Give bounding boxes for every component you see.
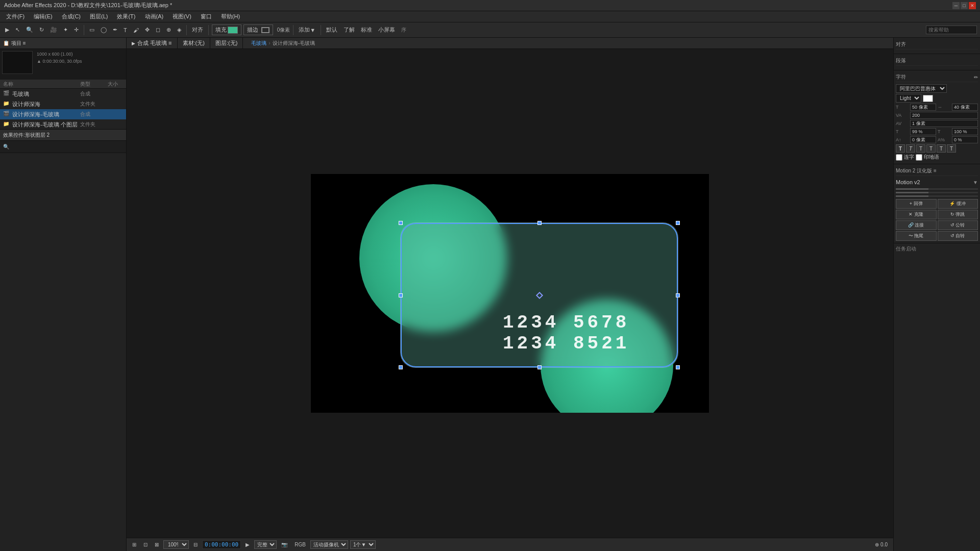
motion-btn-trail[interactable]: 〜 拖尾 (896, 231, 937, 241)
fill-control[interactable]: 填充 (212, 24, 241, 35)
small-screen-btn[interactable]: 小屏幕 (376, 24, 397, 36)
tool-light[interactable]: ✦ (61, 24, 70, 36)
handle-left-mid[interactable] (399, 293, 403, 297)
text-btn-sub[interactable]: T (947, 144, 956, 153)
tool-shape-rect[interactable]: ▭ (87, 24, 96, 36)
tool-brush[interactable]: 🖌 (131, 24, 141, 36)
viewer-btn-pixel[interactable]: ⊠ (152, 541, 161, 548)
handle-top-left[interactable] (399, 221, 403, 225)
stroke-pct-input[interactable] (952, 128, 978, 135)
tool-zoom[interactable]: 🔍 (24, 24, 35, 36)
help-search[interactable] (926, 26, 977, 34)
font-style-select[interactable]: Light Regular Bold (896, 94, 921, 103)
ligature-checkbox[interactable] (896, 154, 902, 161)
menu-effects[interactable]: 效果(T) (113, 12, 139, 21)
viewer-btn-grid[interactable]: ⊞ (130, 541, 139, 548)
motion-btn-buffer[interactable]: ⚡ 缓冲 (938, 199, 978, 209)
text-btn-caps[interactable]: T (916, 144, 925, 153)
text-btn-italic[interactable]: T (906, 144, 915, 153)
handle-right-mid[interactable] (676, 293, 680, 297)
project-item-0[interactable]: 🎬 毛玻璃 合成 (0, 89, 126, 99)
comp-tab-main[interactable]: ▶ 合成 毛玻璃 ≡ (127, 38, 178, 49)
leading-input[interactable] (910, 112, 978, 119)
handle-bottom-mid[interactable] (537, 365, 542, 369)
tool-rotate[interactable]: ↻ (37, 24, 46, 36)
viewer-fit-btn[interactable]: ⊟ (191, 541, 200, 548)
menu-window[interactable]: 窗口 (197, 12, 216, 21)
motion-btn-spin[interactable]: ↺ 自转 (938, 231, 978, 241)
font-name-select[interactable]: 阿里巴巴普惠体 1 (896, 84, 947, 93)
menu-help[interactable]: 帮助(H) (217, 12, 244, 21)
viewer-extra-btn[interactable]: ⊕ 0.0 (872, 541, 890, 548)
tool-select2[interactable]: ↖ (13, 24, 22, 36)
tool-puppet[interactable]: ◈ (175, 24, 183, 36)
char-edit-icon[interactable]: ✏ (974, 74, 978, 80)
fill-pct-input[interactable] (910, 128, 936, 135)
project-item-2[interactable]: 🎬 设计师深海-毛玻璃 合成 (0, 109, 126, 119)
menu-edit[interactable]: 编辑(E) (30, 12, 57, 21)
viewer-view-select[interactable]: 1个▼ (350, 540, 376, 549)
handle-bottom-right[interactable] (676, 365, 680, 369)
project-item-3[interactable]: 📁 设计师深海-毛玻璃 个图层 文件夹 (0, 119, 126, 130)
viewer-quality-select[interactable]: 完整 一半 (254, 540, 277, 549)
defaults-btn[interactable]: 默认 (324, 24, 339, 36)
breadcrumb-comp[interactable]: 毛玻璃 (251, 40, 266, 47)
motion2-slider1[interactable] (896, 188, 978, 190)
viewer-show-channel[interactable]: RGB (292, 541, 308, 548)
tool-pen[interactable]: ✒ (111, 24, 119, 36)
viewer-snapshot-btn[interactable]: 📷 (279, 541, 290, 548)
text-btn-small-caps[interactable]: T (926, 144, 936, 153)
fill-color-swatch[interactable] (228, 27, 238, 34)
motion-btn-connect[interactable]: 🔗 连接 (896, 220, 937, 230)
menu-compose[interactable]: 合成(C) (58, 12, 85, 21)
baseline-input[interactable] (910, 136, 936, 143)
tracking-input[interactable] (910, 120, 978, 127)
kerning-input[interactable] (952, 104, 978, 111)
standard-btn[interactable]: 标准 (359, 24, 374, 36)
motion-btn-clone[interactable]: ✕ 克隆 (896, 210, 937, 219)
effects-search-input[interactable] (11, 144, 123, 149)
menu-view[interactable]: 视图(V) (168, 12, 195, 21)
text-color-swatch[interactable] (923, 95, 933, 102)
viewer-play-btn[interactable]: ▶ (243, 541, 252, 548)
motion2-expand-icon[interactable]: ▼ (973, 180, 978, 185)
maximize-button[interactable]: □ (961, 2, 968, 9)
text-btn-bold[interactable]: T (896, 144, 905, 153)
project-item-1[interactable]: 📁 设计师深海 文件夹 (0, 99, 126, 109)
add-btn[interactable]: 添加 ▼ (297, 24, 317, 36)
glass-card[interactable]: 1234 5678 1234 8521 (400, 222, 678, 368)
comp-tab-layer[interactable]: 图层:(无) (210, 38, 243, 49)
menu-layer[interactable]: 图层(L) (86, 12, 112, 21)
motion2-slider3[interactable] (896, 195, 978, 197)
tool-text[interactable]: T (121, 24, 129, 36)
close-button[interactable]: ✕ (969, 2, 976, 9)
handle-bottom-left[interactable] (399, 365, 403, 369)
indic-checkbox[interactable] (916, 154, 922, 161)
tool-clone[interactable]: ✥ (143, 24, 152, 36)
stroke-control[interactable]: 描边 (243, 24, 273, 35)
tool-select[interactable]: ▶ (3, 24, 11, 36)
tool-shape-ellipse[interactable]: ◯ (99, 24, 109, 36)
viewer-btn-safe[interactable]: ⊡ (141, 541, 150, 548)
menu-file[interactable]: 文件(F) (2, 12, 29, 21)
tool-camera[interactable]: 🎥 (48, 24, 59, 36)
comp-tab-footage[interactable]: 素材:(无) (178, 38, 210, 49)
tool-roto[interactable]: ⊕ (164, 24, 173, 36)
font-size-input[interactable] (910, 104, 936, 111)
motion-btn-bounce[interactable]: ↻ 弹跳 (938, 210, 978, 219)
align-btn[interactable]: 对齐 (190, 24, 205, 36)
text-btn-super[interactable]: T (937, 144, 946, 153)
handle-top-mid[interactable] (537, 221, 542, 225)
viewer-camera-select[interactable]: 活动摄像机 (310, 540, 348, 549)
minimize-button[interactable]: ─ (952, 2, 960, 9)
menu-animate[interactable]: 动画(A) (141, 12, 168, 21)
motion-btn-rebound[interactable]: + 回弹 (896, 199, 937, 209)
motion2-slider2[interactable] (896, 192, 978, 193)
viewer-zoom-select[interactable]: 100% 50% 200% (163, 540, 189, 549)
understand-btn[interactable]: 了解 (341, 24, 357, 36)
tool-eraser[interactable]: ◻ (154, 24, 162, 36)
handle-top-right[interactable] (676, 221, 680, 225)
tool-anchor[interactable]: ✛ (72, 24, 81, 36)
motion-btn-orbit[interactable]: ↺ 公转 (938, 220, 978, 230)
tsscale-input[interactable] (952, 136, 978, 143)
